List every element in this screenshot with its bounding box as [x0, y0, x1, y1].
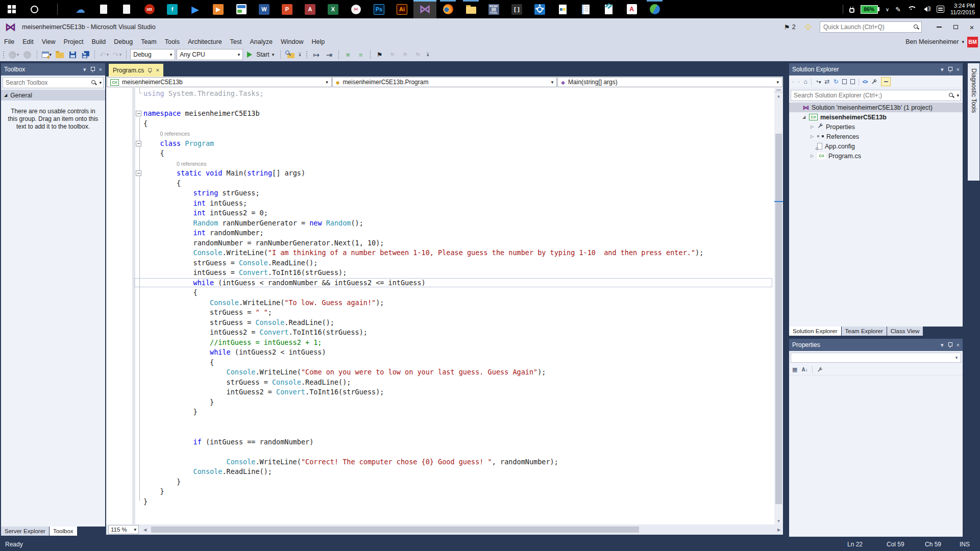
powerpoint-icon[interactable]: P: [276, 0, 299, 18]
toolbar-overflow-button[interactable]: =▾: [297, 53, 303, 57]
tab-solution-explorer[interactable]: Solution Explorer: [789, 327, 841, 336]
code-line[interactable]: [106, 99, 774, 109]
toolbox-header[interactable]: Toolbox ▾ ×: [1, 63, 105, 76]
quill-doc-icon[interactable]: [597, 0, 620, 18]
code-line[interactable]: {: [106, 358, 774, 368]
flash-icon[interactable]: f: [161, 0, 184, 18]
navigate-forward-button[interactable]: →: [22, 49, 33, 60]
onedrive-icon[interactable]: ☁: [69, 0, 92, 18]
code-line[interactable]: }: [106, 487, 774, 497]
taskbar-clock[interactable]: 3:24 PM 11/2/2015: [950, 3, 975, 16]
code-line[interactable]: }: [106, 397, 774, 408]
horizontal-scrollbar[interactable]: [149, 526, 775, 533]
office365-icon[interactable]: 365: [138, 0, 161, 18]
code-line[interactable]: [106, 417, 774, 428]
close-icon[interactable]: ×: [99, 66, 102, 72]
menu-item-view[interactable]: View: [38, 36, 60, 47]
quick-launch-box[interactable]: [820, 21, 922, 33]
minimize-button[interactable]: [931, 20, 947, 34]
solution-explorer-search-box[interactable]: ▾: [791, 90, 961, 101]
navigate-to-definition-button[interactable]: ↦: [311, 49, 322, 60]
volume-icon[interactable]: [921, 7, 927, 12]
code-line[interactable]: Console.ReadLine();: [106, 467, 774, 477]
previous-bookmark-button[interactable]: ⚑: [387, 49, 398, 60]
menu-item-team[interactable]: Team: [137, 36, 161, 47]
code-line[interactable]: randomNumber = ranNumberGenerator.Next(1…: [106, 238, 774, 248]
tree-item-solution[interactable]: ⋈Solution 'meisenheimerC5E13b' (1 projec…: [789, 103, 963, 112]
project-dropdown[interactable]: C# meisenheimerC5E13b ▾: [107, 77, 332, 87]
code-line[interactable]: strGuess = Console.ReadLine();: [106, 318, 774, 328]
tree-item-references[interactable]: ▷References: [789, 132, 963, 141]
save-all-button[interactable]: [80, 49, 91, 60]
word-icon[interactable]: W: [253, 0, 276, 18]
code-line[interactable]: intGuess2 = Convert.ToInt16(strGuess);: [106, 328, 774, 338]
menu-item-help[interactable]: Help: [307, 36, 329, 47]
undo-button[interactable]: ↶▾: [99, 49, 110, 60]
save-button[interactable]: [67, 49, 78, 60]
navigate-back-button[interactable]: ←▾: [8, 49, 20, 60]
tree-item-properties[interactable]: ▷Properties: [789, 122, 963, 132]
properties-object-dropdown[interactable]: ▾: [791, 353, 961, 363]
code-line[interactable]: string strGuess;: [106, 188, 774, 198]
file-explorer-icon[interactable]: [459, 0, 482, 18]
visual-studio-icon[interactable]: ⋈: [413, 0, 436, 18]
solution-platform-dropdown[interactable]: Any CPU ▾: [177, 49, 243, 60]
codelens-references[interactable]: 0 references: [160, 131, 190, 137]
menu-item-analyze[interactable]: Analyze: [246, 36, 277, 47]
code-line[interactable]: if (intGuess == randomNumber): [106, 437, 774, 447]
code-line[interactable]: //intGuess = intGuess2 + 1;: [106, 338, 774, 348]
brackets-icon[interactable]: [ ]: [505, 0, 528, 18]
mail-app-icon[interactable]: [230, 0, 253, 18]
code-line[interactable]: [106, 427, 774, 437]
code-line[interactable]: {: [106, 288, 774, 298]
python-file-icon[interactable]: [551, 0, 574, 18]
meme-tool-icon[interactable]: MEMETOOL: [482, 0, 505, 18]
code-line[interactable]: Console.WriteLine("Come on you were to l…: [106, 367, 774, 378]
toolbar-grip[interactable]: [306, 51, 308, 59]
code-line[interactable]: Console.WriteLine("I am thinking of a nu…: [106, 248, 774, 258]
code-line[interactable]: Random ranNumberGenerator = new Random()…: [106, 218, 774, 229]
illustrator-icon[interactable]: Ai: [390, 0, 413, 18]
tree-item-programcs[interactable]: ▷C#Program.cs: [789, 151, 963, 161]
back-button[interactable]: ◦: [792, 78, 794, 85]
comment-selection-button[interactable]: ≡: [342, 49, 354, 60]
battery-indicator[interactable]: 86%: [861, 5, 879, 14]
pin-icon[interactable]: [90, 66, 95, 72]
new-project-button[interactable]: ▾: [41, 49, 53, 60]
alphabetical-button[interactable]: A↓: [801, 367, 807, 372]
menu-item-project[interactable]: Project: [60, 36, 88, 47]
forward-button[interactable]: ◦: [798, 78, 800, 85]
notifications-button[interactable]: ⚑ 2: [784, 23, 796, 31]
code-editor[interactable]: using System.Threading.Tasks;−namespace …: [106, 88, 783, 524]
collapse-all-button[interactable]: [842, 79, 847, 84]
code-line[interactable]: strGuess = Console.ReadLine();: [106, 258, 774, 268]
menu-item-file[interactable]: File: [0, 36, 18, 47]
redo-button[interactable]: ↷▾: [111, 49, 122, 60]
video-app-icon[interactable]: ▶: [207, 0, 230, 18]
tab-toolbox[interactable]: Toolbox: [50, 527, 77, 536]
scrollbar-thumb[interactable]: [775, 134, 782, 504]
menu-item-test[interactable]: Test: [226, 36, 246, 47]
document-icon-2[interactable]: [115, 0, 138, 18]
splitter-grip[interactable]: [774, 88, 783, 92]
diagnostic-tools-tab[interactable]: Diagnostic Tools: [968, 63, 979, 181]
quick-launch-input[interactable]: [820, 22, 907, 32]
window-menu-icon[interactable]: ▾: [941, 66, 944, 73]
scrollbar-thumb[interactable]: [151, 527, 639, 533]
solution-configuration-dropdown[interactable]: Debug ▾: [130, 49, 175, 60]
globe-app-icon[interactable]: [643, 0, 666, 18]
window-menu-icon[interactable]: ▾: [941, 342, 944, 348]
next-bookmark-button[interactable]: ⚑: [400, 49, 411, 60]
media-player-icon[interactable]: ▶: [184, 0, 207, 18]
show-all-files-button[interactable]: [850, 79, 855, 84]
code-line[interactable]: [106, 447, 774, 457]
code-line[interactable]: int intGuess;: [106, 198, 774, 209]
uncomment-selection-button[interactable]: ≡: [355, 49, 366, 60]
properties-header[interactable]: Properties ▾ ×: [789, 339, 963, 351]
tray-chevron-icon[interactable]: ∨: [886, 7, 889, 12]
code-line[interactable]: }: [106, 497, 774, 507]
clear-bookmarks-button[interactable]: ⚑: [412, 49, 424, 60]
cortana-button[interactable]: [23, 0, 46, 18]
snipping-tool-icon[interactable]: ✂: [345, 0, 368, 18]
toggle-bookmark-button[interactable]: ⚑: [374, 49, 385, 60]
